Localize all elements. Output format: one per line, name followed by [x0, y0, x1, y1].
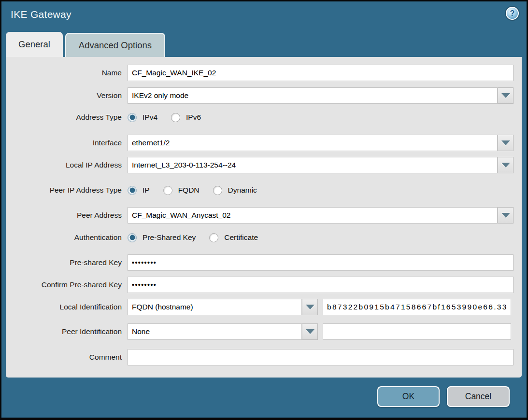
radio-fqdn-circle	[163, 186, 172, 195]
question-mark-glyph: ?	[510, 9, 515, 18]
comment-input[interactable]	[128, 349, 514, 365]
local-identification-dropdown-button[interactable]	[302, 299, 318, 315]
tab-advanced-options[interactable]: Advanced Options	[65, 33, 165, 57]
radio-dynamic-circle	[213, 186, 222, 195]
radio-ip-label: IP	[143, 186, 150, 195]
chevron-down-icon	[306, 305, 314, 309]
peer-identification-row: Peer Identification None	[6, 323, 522, 340]
chevron-down-icon	[306, 329, 314, 334]
general-tab-panel: Name CF_Magic_WAN_IKE_02 Version IKEv2 o…	[6, 57, 522, 378]
local-ip-address-label: Local IP Address	[6, 157, 122, 173]
tab-general[interactable]: General	[6, 32, 63, 57]
interface-label: Interface	[6, 135, 122, 151]
radio-pre-shared-key[interactable]: Pre-Shared Key	[128, 233, 196, 242]
tab-bar: General Advanced Options	[6, 32, 165, 57]
peer-address-dropdown-button[interactable]	[498, 207, 514, 224]
radio-fqdn-label: FQDN	[178, 186, 200, 195]
local-identification-label: Local Identification	[6, 299, 122, 315]
version-row: Version IKEv2 only mode	[6, 87, 522, 104]
local-ip-address-select[interactable]: Internet_L3_203-0-113-254--24	[128, 157, 498, 173]
peer-ip-address-type-label: Peer IP Address Type	[6, 184, 122, 196]
local-identification-value-input[interactable]: b87322b0915b47158667bf1653990e66.33	[323, 299, 511, 315]
local-identification-row: Local Identification FQDN (hostname) b87…	[6, 299, 522, 315]
comment-row: Comment	[6, 349, 522, 365]
version-select[interactable]: IKEv2 only mode	[128, 87, 498, 104]
peer-address-select[interactable]: CF_Magic_WAN_Anycast_02	[128, 207, 498, 224]
chevron-down-icon	[501, 140, 510, 145]
ike-gateway-dialog: IKE Gateway ? General Advanced Options N…	[1, 1, 527, 418]
local-ip-address-row: Local IP Address Internet_L3_203-0-113-2…	[6, 157, 522, 173]
pre-shared-key-label: Pre-shared Key	[6, 254, 122, 271]
interface-select[interactable]: ethernet1/2	[128, 135, 498, 151]
confirm-pre-shared-key-input[interactable]: ••••••••	[128, 277, 514, 293]
dialog-title: IKE Gateway	[11, 9, 71, 20]
local-ip-address-dropdown-button[interactable]	[498, 157, 514, 173]
authentication-row: Authentication Pre-Shared Key Certificat…	[6, 231, 522, 244]
pre-shared-key-input[interactable]: ••••••••	[128, 254, 514, 271]
address-type-label: Address Type	[6, 111, 122, 124]
radio-ipv6-circle	[171, 113, 180, 122]
radio-ipv6[interactable]: IPv6	[171, 113, 201, 122]
peer-address-label: Peer Address	[6, 207, 122, 224]
radio-dynamic-label: Dynamic	[228, 186, 257, 195]
radio-dynamic[interactable]: Dynamic	[213, 186, 257, 195]
confirm-pre-shared-key-row: Confirm Pre-shared Key ••••••••	[6, 277, 522, 293]
peer-ip-address-type-row: Peer IP Address Type IP FQDN Dynamic	[6, 184, 522, 196]
peer-identification-label: Peer Identification	[6, 323, 122, 340]
ok-button[interactable]: OK	[377, 386, 440, 407]
name-input[interactable]: CF_Magic_WAN_IKE_02	[128, 65, 514, 81]
radio-pre-shared-key-circle	[128, 233, 137, 242]
radio-ip-circle	[128, 186, 137, 195]
local-identification-type-select[interactable]: FQDN (hostname)	[128, 299, 302, 315]
help-icon[interactable]: ?	[506, 7, 519, 20]
chevron-down-icon	[501, 213, 510, 218]
cancel-button[interactable]: Cancel	[447, 386, 510, 407]
radio-ipv4[interactable]: IPv4	[128, 113, 157, 122]
address-type-row: Address Type IPv4 IPv6	[6, 111, 522, 124]
peer-identification-value-input[interactable]	[323, 323, 511, 340]
radio-certificate-label: Certificate	[224, 233, 258, 242]
chevron-down-icon	[501, 93, 510, 98]
radio-ipv6-label: IPv6	[186, 113, 201, 122]
name-label: Name	[6, 65, 122, 81]
name-row: Name CF_Magic_WAN_IKE_02	[6, 65, 522, 81]
interface-row: Interface ethernet1/2	[6, 135, 522, 151]
pre-shared-key-row: Pre-shared Key ••••••••	[6, 254, 522, 271]
radio-pre-shared-key-label: Pre-Shared Key	[143, 233, 196, 242]
radio-certificate[interactable]: Certificate	[209, 233, 258, 242]
peer-identification-dropdown-button[interactable]	[302, 323, 318, 340]
radio-ip[interactable]: IP	[128, 186, 150, 195]
radio-fqdn[interactable]: FQDN	[163, 186, 200, 195]
radio-ipv4-circle	[128, 113, 137, 122]
version-label: Version	[6, 87, 122, 104]
peer-address-row: Peer Address CF_Magic_WAN_Anycast_02	[6, 207, 522, 224]
peer-identification-type-select[interactable]: None	[128, 323, 302, 340]
chevron-down-icon	[501, 163, 510, 168]
authentication-label: Authentication	[6, 231, 122, 244]
confirm-pre-shared-key-label: Confirm Pre-shared Key	[6, 277, 122, 293]
radio-ipv4-label: IPv4	[143, 113, 157, 122]
interface-dropdown-button[interactable]	[498, 135, 514, 151]
version-dropdown-button[interactable]	[498, 87, 514, 104]
radio-certificate-circle	[209, 233, 218, 242]
comment-label: Comment	[6, 349, 122, 365]
